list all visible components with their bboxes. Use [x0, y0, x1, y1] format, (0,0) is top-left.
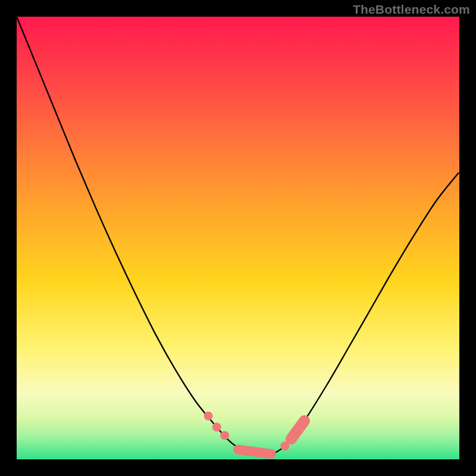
- left-curve: [17, 17, 249, 453]
- chart-markers: [204, 412, 305, 454]
- chart-curves: [17, 17, 459, 453]
- watermark-label: TheBottleneck.com: [353, 2, 470, 17]
- right-curve: [274, 173, 459, 454]
- marker-dot: [220, 431, 229, 440]
- marker-capsule: [291, 421, 304, 439]
- marker-dot: [204, 412, 213, 421]
- marker-capsule: [238, 450, 271, 454]
- chart-svg: [17, 17, 459, 459]
- marker-dot: [212, 422, 221, 431]
- chart-frame: TheBottleneck.com: [0, 0, 476, 476]
- chart-plot-area: [17, 17, 459, 459]
